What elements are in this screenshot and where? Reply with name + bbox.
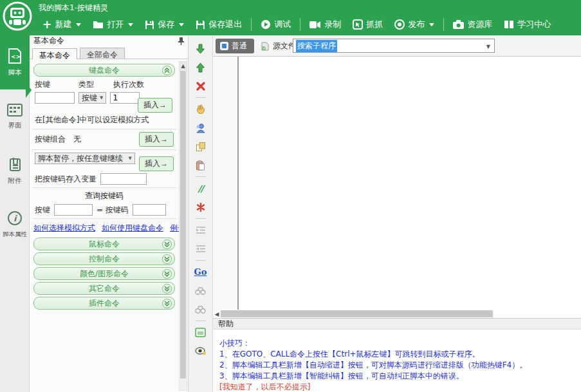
goto-icon[interactable]: Go	[194, 265, 208, 279]
save-button[interactable]: 保存	[140, 17, 189, 32]
dismiss-tips-link[interactable]: [我知道了，以后不必提示]	[219, 382, 581, 392]
query-code-input[interactable]	[133, 204, 166, 216]
insert-above-arrow-icon[interactable]	[194, 61, 208, 74]
chevron-down-icon	[128, 23, 133, 26]
tip-line: 1、在GOTO、CALL命令上按住【Ctrl+鼠标左键】可跳转到目标或子程序。	[219, 349, 581, 360]
hand-drag-icon[interactable]	[194, 102, 208, 116]
publish-button[interactable]: 发布	[389, 17, 439, 32]
sidebar-item-properties[interactable]: i 脚本属性	[0, 198, 30, 252]
app-logo-robot-icon	[3, 1, 32, 31]
scrollbar-thumb[interactable]	[180, 71, 186, 378]
key-combo-value[interactable]: 无	[73, 134, 81, 145]
section-keyboard-commands[interactable]: 键盘命令	[33, 64, 175, 77]
query-keycode-title: 查询按键码	[32, 191, 176, 201]
query-key-label: 按键	[35, 205, 50, 216]
panel-content: 键盘命令 按键 类型 执行次数 按键▼ 插入→ 在[其他命令]中可以设定模拟方式…	[30, 60, 179, 392]
sidebar-item-script[interactable]: <> 脚本	[0, 35, 30, 89]
sidebar-item-label: 脚本属性	[3, 230, 27, 238]
edit-toolbar: // Go	[189, 35, 213, 392]
find-next-binoculars-icon[interactable]	[194, 303, 208, 316]
help-panel-header[interactable]: 帮助	[213, 318, 581, 330]
toolbar-separator	[251, 18, 252, 31]
link-how-use-keyboard[interactable]: 如何使用键盘命令	[102, 223, 163, 234]
horizontal-scrollbar[interactable]: ◀	[213, 310, 581, 318]
insert-below-arrow-icon[interactable]	[194, 42, 208, 55]
link-how-choose-simulation[interactable]: 如何选择模拟方式	[33, 223, 95, 234]
simulation-hint: 在[其他命令]中可以设定模拟方式	[35, 115, 174, 126]
scrollbar-thumb[interactable]	[221, 310, 493, 317]
chevron-down-icon: ▼	[129, 156, 132, 161]
collapse-icon[interactable]	[162, 66, 172, 75]
copy-icon[interactable]	[194, 140, 208, 153]
store-keycode-input[interactable]	[100, 173, 147, 185]
debug-button[interactable]: 调试	[255, 17, 296, 32]
section-control-commands[interactable]: 控制命令	[33, 252, 175, 265]
comment-icon[interactable]: //	[194, 182, 208, 195]
section-other-commands[interactable]: 其它命令	[33, 282, 175, 295]
count-label: 执行次数	[113, 79, 144, 90]
learning-center-button[interactable]: 学习中心	[499, 17, 556, 32]
section-plugin-commands[interactable]: 插件命令	[33, 297, 175, 310]
expand-icon[interactable]	[162, 239, 172, 249]
panel-scrollbar[interactable]: ▲	[179, 61, 187, 391]
find-binoculars-icon[interactable]	[194, 284, 208, 297]
mode-source-button[interactable]: 源文件	[261, 41, 296, 51]
floppy-exit-icon	[196, 20, 205, 30]
expand-icon[interactable]	[162, 254, 172, 264]
paste-icon[interactable]	[194, 158, 208, 172]
panel-title: 基本命令	[33, 35, 64, 46]
uncomment-icon[interactable]	[194, 200, 208, 214]
code-editor[interactable]	[213, 57, 581, 310]
main-toolbar: + 新建 打开 保存 保存退出 调试 录制 抓抓	[37, 15, 556, 33]
key-label: 按键	[35, 79, 78, 90]
subroutine-combobox[interactable]: 搜索子程序 ▼	[293, 39, 495, 53]
scroll-up-icon[interactable]: ▲	[180, 62, 187, 70]
tips-title: 小技巧：	[219, 338, 581, 349]
editor-gutter	[213, 57, 239, 310]
store-keycode-label: 把按键码存入变量	[35, 174, 97, 185]
grab-button[interactable]: 抓抓	[347, 17, 388, 32]
chevron-down-icon: ▼	[486, 44, 490, 50]
delete-x-icon[interactable]	[194, 79, 208, 93]
user-comment-icon[interactable]	[194, 121, 208, 135]
query-code-label: = 按键码	[97, 205, 129, 216]
expand-icon[interactable]	[162, 299, 172, 308]
save-exit-button[interactable]: 保存退出	[190, 17, 247, 32]
sidebar-item-label: 脚本	[8, 68, 22, 77]
insert-pause-button[interactable]: 插入→	[139, 156, 174, 171]
pin-icon[interactable]	[178, 37, 184, 45]
open-button[interactable]: 打开	[88, 17, 138, 32]
title-bar: 我的脚本1-按键精灵 + 新建 打开 保存 保存退出 调试 录制	[0, 0, 581, 35]
expand-icon[interactable]	[162, 284, 172, 294]
insert-key-button[interactable]: 插入→	[138, 98, 172, 113]
key-combo-label: 按键组合	[35, 134, 66, 145]
panel-tabs: 基本命令 全部命令	[30, 46, 188, 59]
eye-preview-icon[interactable]	[194, 344, 208, 358]
book-icon	[504, 20, 514, 29]
toolbar-separator	[443, 18, 444, 31]
chevron-down-icon	[429, 23, 434, 26]
mode-normal-button[interactable]: 普通	[216, 39, 254, 53]
screenshot-panel-icon[interactable]	[194, 326, 208, 339]
video-camera-icon	[309, 21, 321, 29]
editor-header: 普通 源文件 搜索子程序 ▼	[213, 35, 581, 57]
scroll-left-icon[interactable]: ◀	[213, 311, 221, 317]
indent-icon[interactable]	[194, 223, 208, 237]
resources-button[interactable]: 资源库	[448, 17, 497, 32]
sidebar-item-attachment[interactable]: 附件	[0, 144, 30, 198]
record-button[interactable]: 录制	[304, 17, 346, 32]
paperclip-document-icon	[8, 156, 22, 172]
screen-capture-icon	[353, 19, 363, 30]
tab-all-commands[interactable]: 全部命令	[80, 48, 125, 59]
outdent-icon[interactable]	[194, 242, 208, 256]
section-mouse-commands[interactable]: 鼠标命令	[33, 238, 175, 250]
command-panel: 基本命令 基本命令 全部命令 键盘命令 按键 类型 执行次数 按键▼ 插入→ 在…	[30, 35, 189, 392]
insert-combo-button[interactable]: 插入→	[139, 132, 174, 147]
section-color-graphic-commands[interactable]: 颜色/图形命令	[33, 267, 175, 280]
svg-text:i: i	[14, 214, 17, 223]
new-button[interactable]: + 新建	[37, 17, 86, 32]
tab-basic-commands[interactable]: 基本命令	[32, 48, 77, 59]
pause-mode-select[interactable]: 脚本暂停，按任意键继续▼	[35, 153, 135, 164]
expand-icon[interactable]	[162, 269, 172, 279]
query-key-input[interactable]	[54, 204, 93, 216]
